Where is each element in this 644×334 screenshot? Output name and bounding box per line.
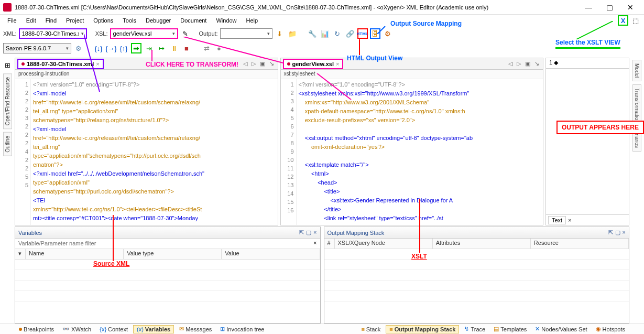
maximize-pane-icon[interactable]: ↘: [533, 60, 541, 67]
close-button[interactable]: ✕: [620, 2, 641, 13]
step-over-icon[interactable]: {→}: [106, 43, 116, 53]
status-invocation-tree[interactable]: ⊞Invocation tree: [217, 325, 267, 333]
gear-icon[interactable]: ⚙: [383, 28, 393, 39]
status-xwatch[interactable]: 👓XWatch: [59, 325, 94, 333]
variables-filter-input[interactable]: [15, 239, 310, 248]
col-name[interactable]: Name: [26, 249, 124, 259]
col-valuetype[interactable]: Value type: [124, 249, 222, 259]
run-transform-button[interactable]: ➡: [131, 43, 141, 53]
code-left[interactable]: <?xml version="1.0" encoding="UTF-8"?> <…: [31, 79, 278, 225]
wrench-icon[interactable]: 🔧: [307, 28, 318, 39]
maximize-button[interactable]: ▢: [599, 2, 620, 13]
close-tab-icon[interactable]: ×: [96, 61, 99, 67]
menu-find[interactable]: Find: [41, 16, 61, 25]
oms-body[interactable]: [324, 249, 629, 323]
toggle-icon[interactable]: ⇄: [201, 43, 212, 53]
save-icon[interactable]: ⬇: [275, 28, 285, 39]
xsl-edit-icon[interactable]: ✎: [180, 28, 191, 39]
next-tab-icon[interactable]: ▷: [250, 60, 257, 67]
tab-list-icon[interactable]: ▣: [258, 60, 267, 67]
pin-icon[interactable]: ⇱: [608, 229, 613, 236]
folder-icon[interactable]: 📁: [287, 28, 298, 39]
status-messages[interactable]: ✉Messages: [176, 325, 215, 333]
status-stack[interactable]: ≡Stack: [358, 326, 384, 333]
status-breakpoints[interactable]: Breakpoints: [16, 326, 57, 333]
step-out-icon[interactable]: {↑}: [118, 43, 129, 53]
col-value[interactable]: Value: [222, 249, 320, 259]
col-node[interactable]: XSL/XQuery Node: [335, 239, 433, 249]
editor-view-button[interactable]: ⬚: [630, 15, 641, 26]
col-attrs[interactable]: Attributes: [433, 239, 531, 249]
col-expand[interactable]: ▾: [15, 249, 26, 259]
maximize-pane-icon[interactable]: ↘: [268, 60, 276, 67]
breadcrumb-right[interactable]: xsl:stylesheet: [281, 70, 543, 79]
run-to-end-icon[interactable]: ⇥: [144, 43, 154, 53]
close-tab-icon[interactable]: ×: [336, 61, 339, 67]
tab-xml-file[interactable]: 1888-07-30-ChTimes.xml ×: [17, 59, 104, 69]
stop-icon[interactable]: ■: [181, 43, 192, 53]
output-tab-marker[interactable]: 1 ◆: [546, 58, 561, 68]
engine-combo[interactable]: Saxon-PE 9.6.0.7 ▾: [3, 43, 71, 53]
menu-window[interactable]: Window: [212, 16, 241, 25]
outline-tab[interactable]: Outline: [3, 132, 12, 156]
html-output-view-button[interactable]: HTML: [357, 28, 368, 39]
breadcrumb-left[interactable]: processing-instruction: [15, 70, 278, 79]
end-icon[interactable]: ↦: [156, 43, 167, 53]
status-trace[interactable]: ↯Trace: [461, 325, 488, 333]
xml-file-combo[interactable]: 1888-07-30-ChTimes.xml ▾: [19, 28, 87, 39]
variables-body[interactable]: [15, 260, 320, 323]
menu-help[interactable]: Help: [242, 16, 263, 25]
status-templates[interactable]: ▤Templates: [490, 325, 530, 333]
xsl-file-combo[interactable]: genderView.xsl ▾: [110, 28, 178, 39]
menu-options[interactable]: Options: [89, 16, 117, 25]
step-into-icon[interactable]: {↓}: [93, 43, 104, 53]
profile-icon[interactable]: 📊: [320, 28, 330, 39]
col-num[interactable]: #: [324, 239, 335, 249]
tab-xsl-file[interactable]: genderView.xsl ×: [283, 59, 344, 69]
menu-project[interactable]: Project: [62, 16, 88, 25]
menu-edit[interactable]: Edit: [22, 16, 40, 25]
maximize-icon[interactable]: ▢: [615, 229, 620, 236]
menu-tools[interactable]: Tools: [118, 16, 140, 25]
chevron-down-icon: ▾: [172, 31, 175, 36]
output-combo[interactable]: ▾: [220, 28, 272, 39]
status-context[interactable]: {x}Context: [96, 326, 131, 333]
maximize-icon[interactable]: ▢: [306, 229, 311, 236]
transformation-scenarios-tab[interactable]: Transformation Scenarios: [632, 84, 641, 152]
close-icon[interactable]: ×: [568, 217, 571, 223]
open-find-resource-tab[interactable]: Open/Find Resource: [3, 73, 12, 129]
prev-tab-icon[interactable]: ◁: [507, 60, 514, 67]
model-tab[interactable]: Model: [632, 60, 641, 81]
output-text-tab[interactable]: Text: [548, 216, 566, 224]
toolbar-files: XML: 1888-07-30-ChTimes.xml ▾ XSL: gende…: [0, 26, 644, 41]
pin-icon[interactable]: ⇱: [299, 229, 304, 236]
status-variables[interactable]: (x)Variables: [133, 325, 174, 333]
gear-icon[interactable]: ⚙: [73, 43, 84, 53]
menu-debugger[interactable]: Debugger: [141, 16, 175, 25]
clear-icon[interactable]: ×: [310, 239, 320, 249]
menu-document[interactable]: Document: [176, 16, 211, 25]
link-icon[interactable]: 🔗: [345, 28, 355, 39]
tab-xsl-label: genderView.xsl: [292, 61, 334, 67]
menu-file[interactable]: File: [3, 16, 21, 25]
minimize-button[interactable]: —: [578, 2, 599, 13]
close-icon[interactable]: ×: [313, 229, 316, 236]
status-output-mapping-stack[interactable]: ≡Output Mapping Stack: [386, 325, 459, 333]
col-resource[interactable]: Resource: [531, 239, 629, 249]
status-nodes-values[interactable]: ✕Nodes/Values Set: [532, 325, 590, 333]
prev-tab-icon[interactable]: ◁: [242, 60, 249, 67]
refresh-icon[interactable]: ↻: [332, 28, 343, 39]
next-tab-icon[interactable]: ▷: [515, 60, 522, 67]
xsl-label: XSL:: [95, 30, 108, 37]
breakpoint-icon[interactable]: ●: [214, 43, 224, 53]
status-hotspots[interactable]: ◉Hotspots: [593, 325, 628, 333]
tab-list-icon[interactable]: ▣: [523, 60, 532, 67]
output-source-mapping-button[interactable]: 🗄: [370, 28, 380, 39]
pause-icon[interactable]: ⏸: [169, 43, 179, 53]
output-label: Output:: [199, 30, 218, 37]
sidebar-icon[interactable]: ⊞: [2, 60, 13, 70]
menubar: File Edit Find Project Options Tools Deb…: [0, 15, 644, 26]
code-right[interactable]: <?xml version="1.0" encoding="UTF-8"?> <…: [297, 79, 543, 225]
close-icon[interactable]: ×: [623, 229, 626, 236]
xslt-debugger-view-button[interactable]: X: [618, 15, 628, 26]
